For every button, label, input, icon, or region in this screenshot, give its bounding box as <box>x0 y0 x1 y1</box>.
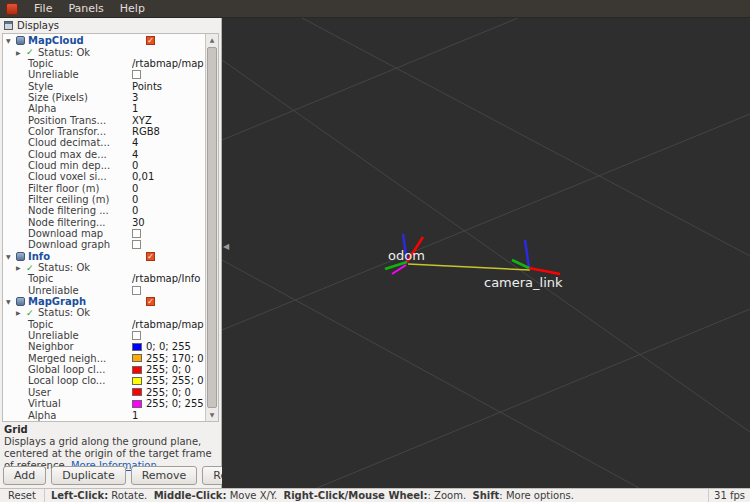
tree-row[interactable]: Color Transfor...RGB8 <box>3 126 204 137</box>
displays-panel-icon <box>4 21 13 30</box>
panel-collapse-arrow[interactable]: ◀ <box>223 242 229 251</box>
status-ok-icon: ✓ <box>26 47 38 57</box>
scrollbar-thumb[interactable] <box>207 47 217 408</box>
tree-row[interactable]: Global loop cl...255; 0; 0 <box>3 364 204 375</box>
duplicate-button[interactable]: Duplicate <box>51 466 125 485</box>
tree-row[interactable]: Topic/rtabmap/Info <box>3 273 204 284</box>
status-ok-icon: ✓ <box>26 308 38 318</box>
tree-row[interactable]: Merged neigh...255; 170; 0 <box>3 353 204 364</box>
display-icon <box>16 36 25 45</box>
checkbox-unchecked[interactable] <box>132 229 141 238</box>
remove-button[interactable]: Remove <box>131 466 198 485</box>
checkbox-unchecked[interactable] <box>132 240 141 249</box>
color-swatch[interactable] <box>132 366 142 374</box>
tree-row[interactable]: Download graph <box>3 239 204 250</box>
tree-row[interactable]: Alpha1 <box>3 103 204 114</box>
color-swatch[interactable] <box>132 354 142 362</box>
display-icon <box>16 297 25 306</box>
tree-row[interactable]: Node filtering...30 <box>3 217 204 228</box>
tree-row[interactable]: Unreliable <box>3 69 204 80</box>
tree-row[interactable]: Topic/rtabmap/mapGraph <box>3 319 204 330</box>
tree-row[interactable]: Node filtering ...0 <box>3 205 204 216</box>
tree-row[interactable]: Size (Pixels)3 <box>3 92 204 103</box>
expander-down-icon[interactable]: ▼ <box>6 298 16 305</box>
statusbar-help-segment: Left-Click: <box>51 490 108 501</box>
tree-row[interactable]: Neighbor0; 0; 255 <box>3 341 204 352</box>
tree-row[interactable]: Filter ceiling (m)0 <box>3 194 204 205</box>
add-button[interactable]: Add <box>3 466 46 485</box>
menu-item-file[interactable]: File <box>26 0 60 18</box>
tree-row[interactable]: Cloud decimat...4 <box>3 137 204 148</box>
displays-tree: ▼MapCloud✓▶✓Status: OkTopic/rtabmap/mapD… <box>3 35 204 421</box>
displays-tree-wrap: ▼MapCloud✓▶✓Status: OkTopic/rtabmap/mapD… <box>2 33 219 422</box>
color-swatch[interactable] <box>132 343 142 351</box>
tree-row[interactable]: ▶✓Status: Ok <box>3 307 204 318</box>
statusbar-help-segment: Right-Click/Mouse Wheel: <box>283 490 427 501</box>
rviz-window: FilePanelsHelp Displays ▼MapCloud✓▶✓Stat… <box>0 0 750 502</box>
expander-right-icon[interactable]: ▶ <box>16 264 26 271</box>
tree-row[interactable]: Cloud voxel si...0,01 <box>3 171 204 182</box>
grid-line <box>222 260 639 488</box>
checkbox-unchecked[interactable] <box>132 286 141 295</box>
statusbar-help-segment: : Zoom. <box>428 490 473 501</box>
menu-item-help[interactable]: Help <box>112 0 153 18</box>
displays-panel-header[interactable]: Displays <box>0 18 221 33</box>
tree-row[interactable]: ▶✓Status: Ok <box>3 46 204 57</box>
color-swatch[interactable] <box>132 377 142 385</box>
tree-row[interactable]: Unreliable <box>3 285 204 296</box>
scrollbar-down-icon[interactable]: ▼ <box>206 409 218 421</box>
tree-row[interactable]: StylePoints <box>3 80 204 91</box>
selected-display-help: Grid Displays a grid along the ground pl… <box>4 424 217 466</box>
menu-item-panels[interactable]: Panels <box>60 0 111 18</box>
tree-row[interactable]: Cloud min dep...0 <box>3 160 204 171</box>
tree-row[interactable]: ▼Info✓ <box>3 251 204 262</box>
tree-row[interactable]: Unreliable <box>3 330 204 341</box>
expander-right-icon[interactable]: ▶ <box>16 49 26 56</box>
tree-row[interactable]: User255; 0; 0 <box>3 387 204 398</box>
grid-line <box>222 114 750 330</box>
grid-line <box>302 18 750 256</box>
content-area: Displays ▼MapCloud✓▶✓Status: OkTopic/rta… <box>0 18 750 488</box>
camera-axis-y <box>512 260 529 268</box>
help-title: Grid <box>4 424 217 436</box>
checkbox-unchecked[interactable] <box>132 70 141 79</box>
tree-row[interactable]: Local loop clo...255; 255; 0 <box>3 375 204 386</box>
tree-row[interactable]: Alpha1 <box>3 409 204 420</box>
tree-row[interactable]: Cloud max de...4 <box>3 148 204 159</box>
statusbar-help-segment: Rotate. <box>108 490 153 501</box>
grid-line <box>317 309 750 488</box>
tree-row[interactable]: ▼MapGraph✓ <box>3 296 204 307</box>
display-buttons: AddDuplicateRemoveRename <box>3 466 218 485</box>
reset-button[interactable]: Reset <box>0 489 45 502</box>
scrollbar-up-icon[interactable]: ▲ <box>206 34 218 46</box>
displays-panel: Displays ▼MapCloud✓▶✓Status: OkTopic/rta… <box>0 18 222 488</box>
expander-down-icon[interactable]: ▼ <box>6 253 16 260</box>
tree-row[interactable]: ▼MapCloud✓ <box>3 35 204 46</box>
checkbox-checked[interactable]: ✓ <box>146 252 155 261</box>
tree-row[interactable]: Download map <box>3 228 204 239</box>
render-view[interactable]: odom camera_link ◀ <box>222 18 750 488</box>
checkbox-unchecked[interactable] <box>132 331 141 340</box>
checkbox-checked[interactable]: ✓ <box>146 297 155 306</box>
statusbar-help-segment: Middle-Click: <box>154 490 227 501</box>
displays-panel-title: Displays <box>17 20 59 31</box>
camera-axis-x <box>529 268 560 274</box>
tree-row[interactable]: Filter floor (m)0 <box>3 182 204 193</box>
fps-counter: 31 fps <box>708 489 750 502</box>
statusbar-help-segment: Move X/Y. <box>226 490 283 501</box>
color-swatch[interactable] <box>132 388 142 396</box>
tree-row[interactable]: ▶✓Status: Ok <box>3 262 204 273</box>
frame-label-camera-link: camera_link <box>484 275 563 290</box>
grid-canvas <box>222 18 750 488</box>
grid-line <box>222 18 518 140</box>
graph-edge-line <box>408 264 530 270</box>
color-swatch[interactable] <box>132 400 142 408</box>
tree-scrollbar[interactable]: ▲ ▼ <box>205 34 218 421</box>
camera-axis-z <box>525 240 529 268</box>
tree-row[interactable]: Topic/rtabmap/mapData <box>3 58 204 69</box>
expander-down-icon[interactable]: ▼ <box>6 37 16 44</box>
tree-row[interactable]: Virtual255; 0; 255 <box>3 398 204 409</box>
checkbox-checked[interactable]: ✓ <box>146 36 155 45</box>
tree-row[interactable]: Position Trans...XYZ <box>3 114 204 125</box>
expander-right-icon[interactable]: ▶ <box>16 309 26 316</box>
